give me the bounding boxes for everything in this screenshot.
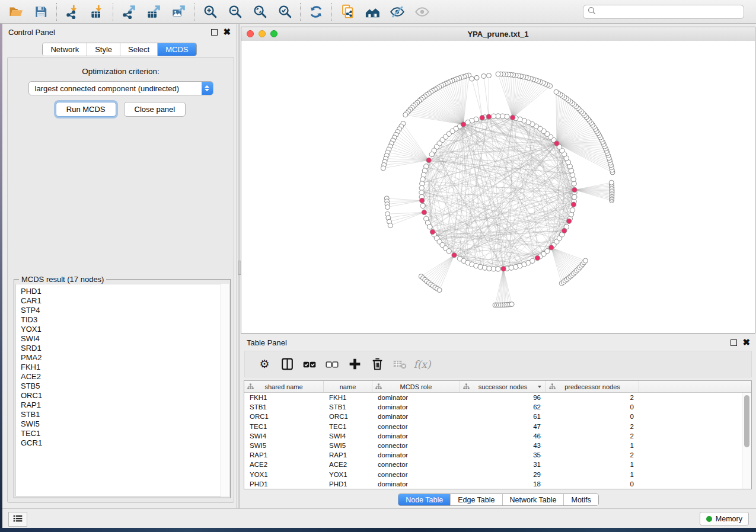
cell-predecessor-nodes[interactable]: 0 — [546, 480, 639, 488]
cell-name[interactable]: FKH1 — [324, 394, 372, 401]
tab-style[interactable]: Style — [87, 43, 120, 56]
cell-successor-nodes[interactable]: 35 — [460, 451, 546, 459]
table-row[interactable]: ORC1ORC1dominator610 — [244, 412, 742, 421]
zoom-selected-icon[interactable] — [272, 2, 297, 22]
mcds-result-item[interactable]: GCR1 — [21, 438, 228, 448]
cell-MCDS-role[interactable]: connector — [372, 461, 460, 468]
save-session-icon[interactable] — [28, 2, 53, 22]
table-mode-icon[interactable]: ⚙ — [253, 354, 276, 375]
tab-select[interactable]: Select — [120, 43, 157, 56]
table-tab-edge-table[interactable]: Edge Table — [450, 494, 502, 505]
cell-name[interactable]: YOX1 — [324, 471, 372, 478]
mcds-result-item[interactable]: ACE2 — [21, 372, 228, 382]
import-table-icon[interactable] — [85, 2, 110, 22]
cell-predecessor-nodes[interactable]: 1 — [546, 461, 639, 468]
tab-network[interactable]: Network — [43, 43, 87, 56]
table-row[interactable]: PHD1PHD1dominator180 — [244, 479, 742, 489]
mcds-result-item[interactable]: TEC1 — [21, 429, 228, 438]
cell-predecessor-nodes[interactable]: 1 — [546, 471, 639, 478]
cell-name[interactable]: SWI5 — [324, 442, 372, 449]
cell-predecessor-nodes[interactable]: 0 — [546, 403, 639, 411]
show-columns-icon[interactable] — [276, 354, 298, 375]
tab-mcds[interactable]: MCDS — [157, 43, 196, 56]
window-minimize-icon[interactable] — [259, 30, 266, 37]
table-scrollbar-thumb[interactable] — [744, 395, 749, 447]
mcds-result-item[interactable]: ORC1 — [21, 391, 228, 400]
mcds-result-item[interactable]: CAR1 — [21, 296, 228, 306]
zoom-fit-icon[interactable] — [247, 2, 272, 22]
panel-splitter[interactable] — [238, 24, 240, 508]
cell-name[interactable]: RAP1 — [324, 451, 372, 459]
cell-shared-name[interactable]: RAP1 — [244, 451, 324, 459]
cell-successor-nodes[interactable]: 29 — [460, 471, 546, 478]
cell-predecessor-nodes[interactable]: 2 — [546, 432, 639, 440]
column-header-predecessor-nodes[interactable]: predecessor nodes — [546, 381, 639, 392]
memory-button[interactable]: Memory — [700, 512, 749, 525]
table-tab-node-table[interactable]: Node Table — [398, 494, 450, 505]
run-mcds-button[interactable]: Run MCDS — [56, 102, 116, 117]
cell-predecessor-nodes[interactable]: 2 — [546, 423, 639, 430]
cell-shared-name[interactable]: ORC1 — [244, 413, 324, 420]
cell-shared-name[interactable]: YOX1 — [244, 471, 324, 478]
deselect-all-icon[interactable] — [321, 354, 343, 375]
search-box[interactable] — [583, 5, 744, 19]
export-image-icon[interactable] — [166, 2, 191, 22]
column-header-MCDS-role[interactable]: MCDS role — [372, 381, 460, 392]
cell-successor-nodes[interactable]: 47 — [460, 423, 546, 430]
float-panel-icon[interactable] — [211, 29, 218, 36]
select-all-icon[interactable] — [298, 354, 321, 375]
cell-name[interactable]: PHD1 — [324, 480, 372, 488]
table-scrollbar[interactable] — [742, 393, 751, 489]
first-neighbors-icon[interactable] — [360, 2, 385, 22]
table-row[interactable]: RAP1RAP1dominator352 — [244, 450, 742, 460]
zoom-in-icon[interactable] — [197, 2, 222, 22]
cell-MCDS-role[interactable]: dominator — [372, 480, 460, 488]
cell-shared-name[interactable]: PHD1 — [244, 480, 324, 488]
float-table-panel-icon[interactable] — [731, 339, 737, 346]
zoom-out-icon[interactable] — [222, 2, 247, 22]
table-row[interactable]: ACE2ACE2connector311 — [244, 460, 742, 469]
cell-name[interactable]: ORC1 — [324, 413, 372, 420]
cell-successor-nodes[interactable]: 46 — [460, 432, 546, 440]
cell-shared-name[interactable]: FKH1 — [244, 394, 324, 401]
table-tab-network-table[interactable]: Network Table — [502, 494, 564, 505]
close-panel-button[interactable]: Close panel — [124, 102, 186, 117]
result-list-scrollbar[interactable] — [221, 284, 229, 496]
delete-columns-icon[interactable] — [366, 354, 388, 375]
cell-predecessor-nodes[interactable]: 0 — [546, 413, 639, 420]
mcds-result-item[interactable]: STP4 — [21, 306, 228, 315]
mcds-result-item[interactable]: RAP1 — [21, 400, 228, 410]
mcds-result-item[interactable]: STB5 — [21, 382, 228, 391]
cell-successor-nodes[interactable]: 43 — [460, 442, 546, 449]
cell-MCDS-role[interactable]: dominator — [372, 432, 460, 440]
window-close-icon[interactable] — [247, 30, 254, 37]
window-maximize-icon[interactable] — [270, 30, 277, 37]
mcds-result-list[interactable]: PHD1CAR1STP4TID3YOX1SWI4SRD1PMA2FKH1ACE2… — [15, 284, 229, 496]
cell-successor-nodes[interactable]: 31 — [460, 461, 546, 468]
mcds-result-item[interactable]: SRD1 — [21, 344, 228, 353]
cell-shared-name[interactable]: TEC1 — [244, 423, 324, 430]
refresh-icon[interactable] — [304, 2, 328, 22]
import-network-icon[interactable] — [60, 2, 85, 22]
export-network-icon[interactable] — [116, 2, 141, 22]
cell-successor-nodes[interactable]: 18 — [460, 480, 546, 488]
task-history-button[interactable] — [8, 512, 27, 527]
export-table-icon[interactable] — [141, 2, 166, 22]
cell-MCDS-role[interactable]: dominator — [372, 413, 460, 420]
cell-MCDS-role[interactable]: dominator — [372, 403, 460, 411]
table-row[interactable]: YOX1YOX1connector291 — [244, 470, 742, 479]
cell-MCDS-role[interactable]: connector — [372, 471, 460, 478]
table-row[interactable]: SWI4SWI4dominator462 — [244, 431, 742, 441]
mcds-result-item[interactable]: YOX1 — [21, 325, 228, 334]
cell-predecessor-nodes[interactable]: 2 — [546, 394, 639, 401]
table-row[interactable]: TEC1TEC1connector472 — [244, 422, 742, 431]
cell-predecessor-nodes[interactable]: 1 — [546, 442, 639, 449]
cell-successor-nodes[interactable]: 96 — [460, 394, 546, 401]
cell-name[interactable]: TEC1 — [324, 423, 372, 430]
create-column-icon[interactable] — [343, 354, 366, 375]
mcds-result-item[interactable]: SWI5 — [21, 419, 228, 429]
cell-MCDS-role[interactable]: connector — [372, 423, 460, 430]
cell-MCDS-role[interactable]: dominator — [372, 394, 460, 401]
cell-name[interactable]: ACE2 — [324, 461, 372, 468]
table-row[interactable]: STB1STB1dominator620 — [244, 402, 742, 412]
